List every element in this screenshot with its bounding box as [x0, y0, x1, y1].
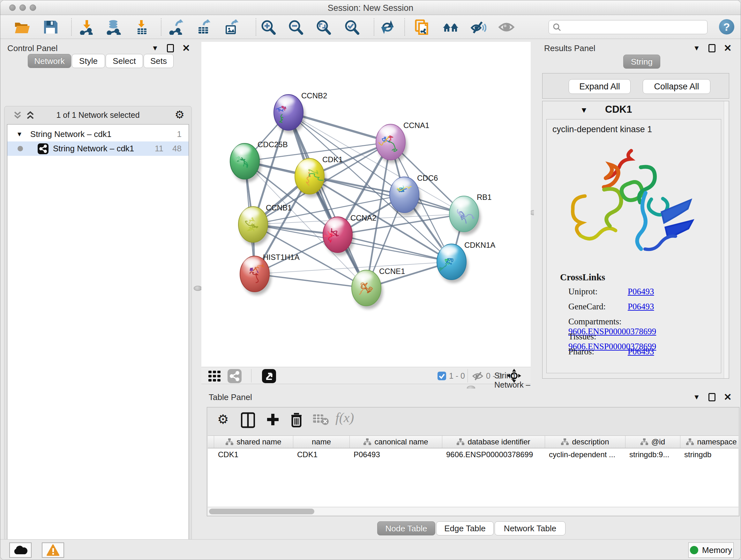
column-header[interactable] [208, 436, 214, 448]
memory-button[interactable]: Memory [688, 543, 734, 558]
network-node-ccnb2[interactable]: CCNB2 [274, 91, 327, 133]
string-home-icon[interactable] [442, 19, 459, 35]
import-table-icon[interactable] [134, 19, 150, 35]
crosslink-link[interactable]: P06493 [628, 302, 654, 311]
tab-edge-table[interactable]: Edge Table [436, 521, 494, 536]
control-panel-title: Control Panel [7, 44, 58, 53]
main-toolbar: ? [0, 15, 741, 39]
export-network-icon[interactable] [168, 19, 185, 35]
tab-style[interactable]: Style [72, 54, 105, 68]
tab-network-table[interactable]: Network Table [495, 521, 565, 536]
tab-string[interactable]: String [623, 55, 660, 69]
warnings-button[interactable] [42, 543, 64, 558]
open-session-icon[interactable] [14, 19, 30, 35]
column-header[interactable]: description [545, 436, 625, 448]
birdseye-navigator-icon[interactable] [507, 369, 521, 383]
table-cell[interactable]: cyclin-dependent ... [545, 449, 625, 461]
grid-view-icon[interactable] [208, 371, 222, 381]
table-horizontal-scrollbar[interactable] [208, 507, 738, 515]
table-row[interactable]: CDK1CDK1P064939606.ENSP00000378699cyclin… [208, 449, 738, 461]
import-network-icon[interactable] [78, 19, 95, 35]
result-entry-body: cyclin-dependent kinase 1 [546, 119, 721, 373]
float-panel-icon[interactable] [167, 44, 174, 52]
network-snapshot-icon[interactable] [414, 19, 430, 35]
network-view-icon[interactable] [227, 369, 242, 383]
network-node-count: 11 [155, 144, 163, 153]
left-splitter-handle[interactable] [194, 286, 202, 291]
show-eye-icon[interactable] [498, 19, 515, 35]
export-table-icon[interactable] [195, 19, 212, 35]
crosslink-link[interactable]: P06493 [628, 347, 654, 356]
column-header-label: canonical name [374, 437, 428, 446]
network-node-cdkn1a[interactable]: CDKN1A [435, 241, 495, 283]
zoom-fit-icon[interactable] [315, 19, 332, 35]
network-node-ccnb1[interactable]: CCNB1 [239, 203, 292, 246]
entry-collapse-triangle-icon[interactable]: ▼ [580, 106, 588, 115]
export-image-icon[interactable] [223, 19, 240, 35]
table-options-gear-icon[interactable]: ⚙ [217, 412, 229, 427]
table-cell[interactable]: stringdb:9... [625, 449, 680, 461]
table-cell[interactable]: 9606.ENSP00000378699 [442, 449, 545, 461]
close-panel-icon[interactable]: ✕ [724, 44, 732, 52]
column-header-label: shared name [237, 437, 281, 446]
status-bar: Memory [0, 539, 741, 560]
refresh-icon[interactable] [379, 19, 396, 35]
zoom-in-icon[interactable] [260, 19, 277, 35]
delete-table-icon[interactable] [313, 412, 329, 426]
table-cell[interactable]: CDK1 [293, 449, 350, 461]
network-node-ccna1[interactable]: CCNA1 [376, 121, 429, 163]
float-panel-icon[interactable] [709, 44, 716, 52]
network-canvas[interactable]: CCNB2CCNA1CDC25BCDK1CDC6RB1CCNB1CCNA2CDK… [201, 42, 531, 367]
panel-menu-icon[interactable]: ▼ [151, 44, 158, 52]
network-collection-row[interactable]: ▼ String Network – cdk1 1 [7, 127, 189, 141]
save-session-icon[interactable] [42, 19, 59, 35]
delete-column-icon[interactable] [289, 412, 304, 428]
table-cell[interactable]: CDK1 [214, 449, 293, 461]
column-header[interactable]: database identifier [442, 436, 545, 448]
zoom-selected-icon[interactable] [344, 19, 360, 35]
float-panel-icon[interactable] [709, 393, 716, 401]
table-cell[interactable] [208, 449, 214, 461]
column-header[interactable]: @id [625, 436, 680, 448]
detach-view-icon[interactable] [262, 369, 276, 383]
help-icon[interactable]: ? [719, 19, 734, 35]
results-scrollbar[interactable] [724, 101, 728, 378]
network-node-ccne1[interactable]: CCNE1 [352, 267, 405, 309]
tab-network[interactable]: Network [28, 54, 71, 68]
scrollbar-thumb[interactable] [209, 509, 314, 514]
table-cell[interactable]: stringdb [680, 449, 741, 461]
hide-details-icon[interactable] [470, 19, 486, 35]
selected-checkbox-icon[interactable] [437, 372, 446, 380]
search-input[interactable] [549, 20, 708, 34]
network-row[interactable]: String Network – cdk1 11 48 [7, 141, 189, 156]
network-options-gear-icon[interactable]: ⚙ [175, 108, 185, 121]
column-header[interactable]: name [293, 436, 350, 448]
tab-node-table[interactable]: Node Table [377, 521, 435, 536]
column-header[interactable]: namespace [680, 436, 741, 448]
crosslink-link[interactable]: P06493 [628, 287, 654, 296]
column-header[interactable]: canonical name [350, 436, 442, 448]
expand-all-button[interactable]: Expand All [569, 79, 630, 94]
zoom-out-icon[interactable] [287, 19, 304, 35]
network-node-hist1h1a[interactable]: HIST1H1A [240, 253, 300, 295]
function-builder-icon[interactable]: f(x) [335, 410, 354, 425]
panel-menu-icon[interactable]: ▼ [693, 393, 700, 401]
tab-sets[interactable]: Sets [144, 54, 174, 68]
table-panel-title: Table Panel [209, 392, 252, 402]
node-label: CDK1 [322, 155, 343, 164]
collapse-triangle-icon[interactable]: ▼ [16, 131, 23, 138]
table-cell[interactable]: P06493 [350, 449, 442, 461]
cloud-status-button[interactable] [9, 543, 31, 558]
selected-node-edge-counts: 1 - 0 [449, 371, 465, 381]
column-header[interactable]: shared name [214, 436, 293, 448]
tab-select[interactable]: Select [106, 54, 143, 68]
panel-menu-icon[interactable]: ▼ [693, 44, 700, 52]
close-panel-icon[interactable]: ✕ [724, 393, 732, 401]
add-column-icon[interactable] [265, 412, 280, 428]
show-columns-icon[interactable] [241, 412, 255, 428]
result-entry-header[interactable]: ▼ CDK1 [544, 103, 724, 117]
network-node-rb1[interactable]: RB1 [449, 193, 492, 235]
close-panel-icon[interactable]: ✕ [182, 44, 190, 52]
import-database-icon[interactable] [105, 19, 122, 35]
collapse-all-button[interactable]: Collapse All [643, 79, 711, 94]
